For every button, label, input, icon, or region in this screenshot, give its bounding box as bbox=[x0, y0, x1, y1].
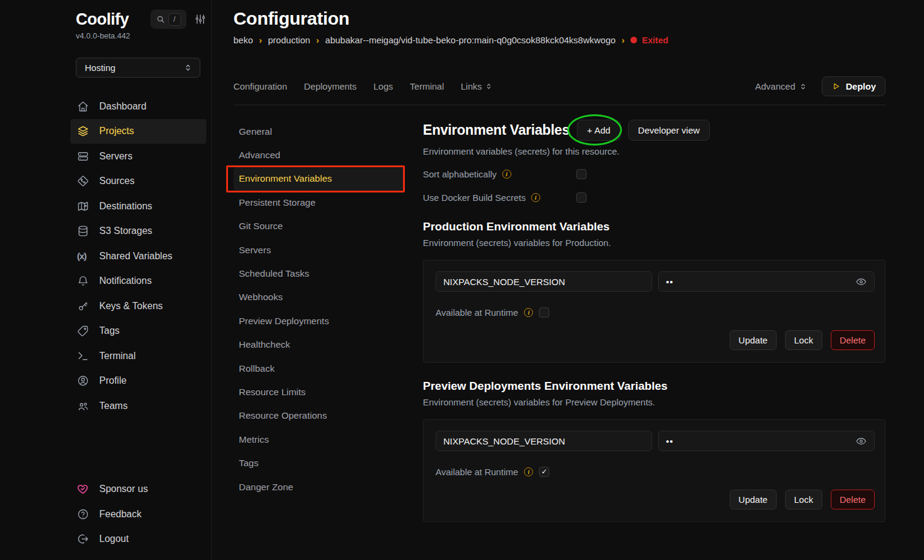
available-at-runtime-label: Available at Runtime bbox=[436, 307, 518, 318]
map-icon bbox=[77, 200, 89, 212]
subnav-item-tags[interactable]: Tags bbox=[233, 451, 405, 475]
variable-value-input[interactable]: •• bbox=[658, 271, 875, 292]
subnav-item-git-source[interactable]: Git Source bbox=[233, 215, 405, 238]
advanced-dropdown[interactable]: Advanced bbox=[755, 81, 807, 91]
variables-icon: (x) bbox=[77, 251, 91, 261]
info-icon: i bbox=[524, 308, 533, 317]
sidebar-item-sponsor-us[interactable]: Sponsor us bbox=[70, 477, 206, 502]
lock-button[interactable]: Lock bbox=[785, 330, 822, 350]
breadcrumb-resource[interactable]: abubakar--meigag/vid-tube-beko-pro:main-… bbox=[325, 35, 616, 45]
production-section-description: Environment (secrets) variables for Prod… bbox=[423, 238, 886, 248]
sidebar-item-teams[interactable]: Teams bbox=[70, 393, 206, 419]
config-subnav: General Advanced Environment Variables P… bbox=[233, 120, 405, 546]
subnav-item-metrics[interactable]: Metrics bbox=[233, 428, 405, 451]
reveal-value-eye-icon[interactable] bbox=[855, 435, 867, 447]
page-title: Configuration bbox=[233, 8, 886, 29]
app-logo: Coolify bbox=[70, 10, 129, 29]
sidebar-item-label: Notifications bbox=[99, 275, 152, 286]
tab-terminal[interactable]: Terminal bbox=[410, 81, 444, 91]
sort-alphabetically-row: Sort alphabetically i bbox=[423, 168, 886, 180]
teams-icon bbox=[77, 400, 89, 412]
chevron-right-icon: › bbox=[259, 35, 262, 45]
sidebar-item-projects[interactable]: Projects bbox=[70, 119, 206, 144]
sidebar-item-shared-variables[interactable]: (x) Shared Variables bbox=[70, 244, 206, 269]
update-button[interactable]: Update bbox=[730, 490, 777, 509]
developer-view-button[interactable]: Developer view bbox=[628, 120, 710, 141]
available-at-runtime-checkbox[interactable]: ✓ bbox=[539, 467, 549, 477]
subnav-item-webhooks[interactable]: Webhooks bbox=[233, 286, 405, 309]
sidebar-item-terminal[interactable]: Terminal bbox=[70, 343, 206, 369]
sidebar: Coolify / v4.0.0-beta.442 Hosting Dashbo… bbox=[0, 0, 212, 560]
chevron-updown-icon bbox=[183, 63, 192, 72]
search-icon bbox=[156, 15, 165, 23]
chevron-right-icon: › bbox=[621, 35, 624, 45]
breadcrumb-environment[interactable]: production bbox=[268, 35, 310, 45]
subnav-item-rollback[interactable]: Rollback bbox=[233, 357, 405, 380]
sidebar-item-logout[interactable]: Logout bbox=[70, 527, 206, 552]
available-at-runtime-row: Available at Runtime i ✓ bbox=[436, 466, 875, 478]
sidebar-item-sources[interactable]: Sources bbox=[70, 169, 206, 194]
subnav-item-general[interactable]: General bbox=[233, 120, 405, 143]
sidebar-item-s3-storages[interactable]: S3 Storages bbox=[70, 219, 206, 244]
deploy-button[interactable]: Deploy bbox=[822, 76, 886, 96]
sidebar-item-tags[interactable]: Tags bbox=[70, 319, 206, 344]
subnav-item-resource-operations[interactable]: Resource Operations bbox=[233, 404, 405, 428]
tag-icon bbox=[77, 325, 89, 337]
available-at-runtime-row: Available at Runtime i bbox=[436, 306, 875, 318]
delete-button[interactable]: Delete bbox=[831, 490, 875, 509]
subnav-item-label: Environment Variables bbox=[239, 173, 332, 184]
update-button[interactable]: Update bbox=[730, 330, 777, 350]
available-at-runtime-checkbox[interactable] bbox=[539, 307, 549, 318]
sidebar-item-feedback[interactable]: Feedback bbox=[70, 502, 206, 527]
sidebar-item-destinations[interactable]: Destinations bbox=[70, 194, 206, 219]
info-icon: i bbox=[531, 193, 540, 202]
search-button[interactable]: / bbox=[150, 10, 186, 29]
chevron-updown-icon bbox=[485, 82, 493, 90]
docker-build-secrets-checkbox[interactable] bbox=[576, 192, 587, 203]
sidebar-item-label: Projects bbox=[99, 126, 134, 137]
variable-name-input[interactable] bbox=[436, 431, 652, 451]
team-selector[interactable]: Hosting bbox=[76, 58, 200, 78]
card-actions: Update Lock Delete bbox=[436, 330, 875, 350]
env-header: Environment Variables + Add Developer vi… bbox=[423, 120, 886, 141]
env-variables-panel: Environment Variables + Add Developer vi… bbox=[423, 120, 886, 546]
tab-links[interactable]: Links bbox=[461, 81, 493, 91]
subnav-item-healthcheck[interactable]: Healthcheck bbox=[233, 333, 405, 357]
subnav-item-persistent-storage[interactable]: Persistent Storage bbox=[233, 191, 405, 214]
tabs-actions: Advanced Deploy bbox=[755, 76, 886, 96]
status-badge: Exited bbox=[630, 35, 668, 45]
subnav-item-advanced[interactable]: Advanced bbox=[233, 143, 405, 167]
subnav-item-resource-limits[interactable]: Resource Limits bbox=[233, 380, 405, 404]
tab-deployments[interactable]: Deployments bbox=[304, 81, 357, 91]
sidebar-item-keys-tokens[interactable]: Keys & Tokens bbox=[70, 294, 206, 319]
sidebar-item-servers[interactable]: Servers bbox=[70, 144, 206, 169]
sort-alphabetically-checkbox[interactable] bbox=[576, 169, 587, 179]
tab-configuration[interactable]: Configuration bbox=[233, 81, 287, 91]
subnav-item-scheduled-tasks[interactable]: Scheduled Tasks bbox=[233, 262, 405, 285]
subnav-item-danger-zone[interactable]: Danger Zone bbox=[233, 475, 405, 499]
play-icon bbox=[831, 82, 840, 91]
variable-name-input[interactable] bbox=[436, 271, 652, 292]
preview-section-description: Environment (secrets) variables for Prev… bbox=[423, 397, 886, 407]
delete-button[interactable]: Delete bbox=[831, 330, 875, 350]
settings-sliders-icon[interactable] bbox=[194, 13, 206, 25]
subnav-item-environment-variables[interactable]: Environment Variables bbox=[233, 167, 405, 191]
variable-value-input[interactable]: •• bbox=[658, 431, 875, 451]
logout-icon bbox=[77, 533, 89, 545]
variable-inputs-row: •• bbox=[436, 431, 875, 451]
lock-button[interactable]: Lock bbox=[785, 490, 822, 509]
sidebar-item-label: Terminal bbox=[99, 351, 135, 362]
reveal-value-eye-icon[interactable] bbox=[855, 276, 867, 288]
heart-icon bbox=[77, 483, 89, 495]
sidebar-item-profile[interactable]: Profile bbox=[70, 369, 206, 394]
subnav-item-servers[interactable]: Servers bbox=[233, 238, 405, 262]
chevron-updown-icon bbox=[799, 82, 807, 91]
add-variable-button[interactable]: + Add bbox=[577, 120, 621, 141]
subnav-item-preview-deployments[interactable]: Preview Deployments bbox=[233, 309, 405, 333]
sidebar-item-dashboard[interactable]: Dashboard bbox=[70, 94, 206, 119]
advanced-dropdown-label: Advanced bbox=[755, 81, 795, 91]
tab-logs[interactable]: Logs bbox=[374, 81, 393, 91]
env-variable-card-production: •• Available at Runtime i bbox=[423, 260, 886, 363]
breadcrumb-project[interactable]: beko bbox=[233, 35, 253, 45]
sidebar-item-notifications[interactable]: Notifications bbox=[70, 269, 206, 294]
